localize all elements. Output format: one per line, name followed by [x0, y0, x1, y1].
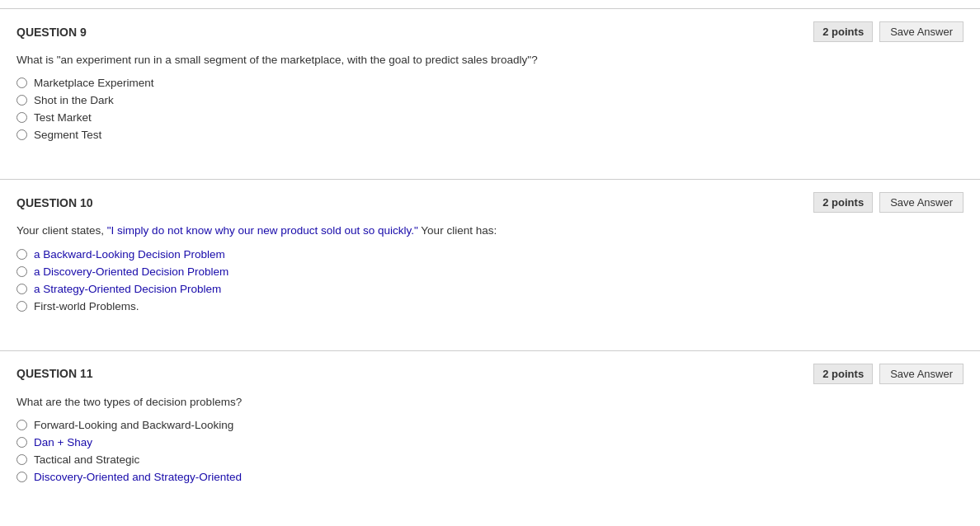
- question-9-title: QUESTION 9: [16, 26, 87, 39]
- list-item: Test Market: [16, 111, 964, 124]
- question-9-header: QUESTION 9 2 points Save Answer: [16, 21, 964, 42]
- question-10-title: QUESTION 10: [16, 196, 93, 209]
- q11-option-3-label: Tactical and Strategic: [34, 453, 139, 466]
- q11-option-1-label: Forward-Looking and Backward-Looking: [34, 419, 233, 431]
- q11-option-2-radio[interactable]: [16, 437, 27, 448]
- question-10-options: a Backward-Looking Decision Problem a Di…: [16, 248, 964, 312]
- q10-text-end: Your client has:: [418, 224, 497, 237]
- q9-option-1-radio[interactable]: [16, 77, 27, 88]
- question-11-options: Forward-Looking and Backward-Looking Dan…: [16, 419, 964, 483]
- question-10-block: QUESTION 10 2 points Save Answer Your cl…: [0, 179, 980, 333]
- list-item: First-world Problems.: [16, 300, 964, 312]
- q9-option-3-label: Test Market: [34, 111, 92, 124]
- q11-option-4-label: Discovery-Oriented and Strategy-Oriented: [34, 471, 242, 483]
- question-9-points: 2 points: [813, 21, 873, 42]
- question-9-meta: 2 points Save Answer: [813, 21, 964, 42]
- question-11-header: QUESTION 11 2 points Save Answer: [16, 364, 964, 384]
- list-item: a Backward-Looking Decision Problem: [16, 248, 964, 261]
- q9-option-2-radio[interactable]: [16, 95, 27, 106]
- question-10-save-button[interactable]: Save Answer: [879, 192, 964, 213]
- list-item: Tactical and Strategic: [16, 453, 964, 466]
- page-container: QUESTION 9 2 points Save Answer What is …: [0, 0, 980, 526]
- question-11-save-button[interactable]: Save Answer: [879, 364, 964, 384]
- q11-option-3-radio[interactable]: [16, 454, 27, 465]
- q10-option-2-radio[interactable]: [16, 266, 27, 277]
- question-9-text: What is "an experiment run in a small se…: [16, 52, 964, 68]
- q10-option-2-label: a Discovery-Oriented Decision Problem: [34, 265, 229, 278]
- question-11-points: 2 points: [813, 364, 873, 384]
- question-10-header: QUESTION 10 2 points Save Answer: [16, 192, 964, 213]
- q9-option-3-radio[interactable]: [16, 112, 27, 123]
- list-item: Marketplace Experiment: [16, 77, 964, 89]
- question-9-block: QUESTION 9 2 points Save Answer What is …: [0, 8, 980, 162]
- q10-option-4-label: First-world Problems.: [34, 300, 139, 312]
- question-10-points: 2 points: [813, 192, 873, 213]
- list-item: Discovery-Oriented and Strategy-Oriented: [16, 471, 964, 483]
- question-9-save-button[interactable]: Save Answer: [879, 21, 964, 42]
- question-10-meta: 2 points Save Answer: [813, 192, 964, 213]
- q10-option-1-radio[interactable]: [16, 249, 27, 260]
- list-item: a Strategy-Oriented Decision Problem: [16, 283, 964, 295]
- question-11-block: QUESTION 11 2 points Save Answer What ar…: [0, 350, 980, 505]
- list-item: Shot in the Dark: [16, 94, 964, 106]
- list-item: Segment Test: [16, 129, 964, 141]
- question-9-options: Marketplace Experiment Shot in the Dark …: [16, 77, 964, 141]
- question-11-text: What are the two types of decision probl…: [16, 394, 964, 411]
- q9-option-4-radio[interactable]: [16, 129, 27, 140]
- q10-text-highlight: "I simply do not know why our new produc…: [107, 224, 418, 237]
- q10-option-3-radio[interactable]: [16, 284, 27, 294]
- list-item: Forward-Looking and Backward-Looking: [16, 419, 964, 431]
- question-11-meta: 2 points Save Answer: [813, 364, 964, 384]
- q10-option-3-label: a Strategy-Oriented Decision Problem: [34, 283, 221, 295]
- q10-option-1-label: a Backward-Looking Decision Problem: [34, 248, 225, 261]
- q10-text-start: Your client states,: [16, 224, 107, 237]
- question-11-title: QUESTION 11: [16, 367, 93, 380]
- q11-option-1-radio[interactable]: [16, 420, 27, 430]
- q9-option-2-label: Shot in the Dark: [34, 94, 114, 106]
- q11-option-2-label: Dan + Shay: [34, 436, 92, 449]
- list-item: a Discovery-Oriented Decision Problem: [16, 265, 964, 278]
- list-item: Dan + Shay: [16, 436, 964, 449]
- q9-option-1-label: Marketplace Experiment: [34, 77, 154, 89]
- q9-option-4-label: Segment Test: [34, 129, 101, 141]
- q10-option-4-radio[interactable]: [16, 301, 27, 312]
- question-10-text: Your client states, "I simply do not kno…: [16, 223, 964, 239]
- q11-option-4-radio[interactable]: [16, 472, 27, 482]
